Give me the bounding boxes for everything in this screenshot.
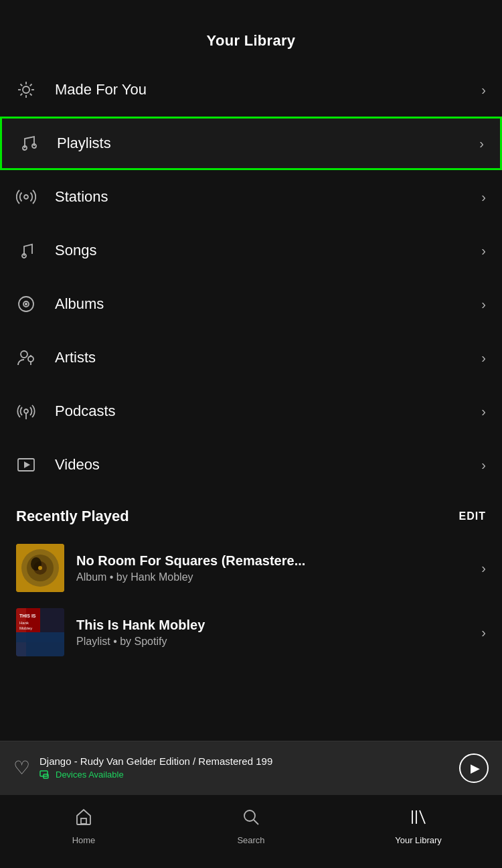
svg-line-5 [21, 84, 23, 86]
page-title: Your Library [0, 0, 502, 63]
now-playing-devices-line[interactable]: Devices Available [39, 768, 450, 780]
svg-marker-21 [24, 461, 30, 468]
devices-available-label: Devices Available [56, 770, 124, 780]
svg-rect-38 [81, 818, 86, 824]
home-icon [74, 808, 93, 831]
search-icon [242, 808, 260, 831]
tab-bar: Home Search Your Library [0, 794, 502, 868]
edit-button[interactable]: EDIT [459, 510, 486, 522]
menu-list: Made For You › Playlists › Stations › [0, 63, 502, 492]
svg-point-0 [23, 86, 29, 93]
recent-item-name: No Room For Squares (Remastere... [76, 553, 476, 569]
podcast-icon [16, 401, 50, 421]
recent-item-info: No Room For Squares (Remastere... Album … [76, 553, 476, 583]
menu-item-albums[interactable]: Albums › [0, 277, 502, 331]
disc-icon [16, 294, 50, 314]
heart-icon[interactable]: ♡ [13, 757, 30, 779]
chevron-right-icon: › [481, 297, 486, 312]
svg-point-15 [25, 303, 27, 305]
library-icon [409, 808, 428, 831]
svg-line-6 [30, 94, 32, 96]
svg-point-27 [38, 566, 42, 570]
svg-point-17 [28, 356, 33, 362]
tab-search-label: Search [237, 835, 264, 845]
menu-item-songs[interactable]: Songs › [0, 224, 502, 277]
music-note-icon [18, 133, 52, 153]
chevron-right-icon: › [481, 457, 486, 473]
svg-point-16 [21, 351, 27, 358]
menu-item-artists-label: Artists [55, 349, 481, 366]
chevron-right-icon: › [481, 561, 486, 576]
tab-home[interactable]: Home [0, 808, 167, 845]
play-square-icon [16, 455, 50, 475]
recent-item-name: This Is Hank Mobley [76, 618, 476, 633]
chevron-right-icon: › [481, 350, 486, 366]
menu-item-playlists[interactable]: Playlists › [0, 117, 502, 170]
tab-your-library-label: Your Library [395, 835, 442, 845]
svg-line-7 [30, 84, 32, 86]
tab-search[interactable]: Search [167, 808, 335, 845]
svg-point-39 [244, 810, 255, 821]
menu-item-videos[interactable]: Videos › [0, 438, 502, 492]
menu-item-made-for-you[interactable]: Made For You › [0, 63, 502, 117]
svg-text:Mobley: Mobley [19, 626, 32, 630]
recently-played-title: Recently Played [16, 508, 129, 525]
menu-item-playlists-label: Playlists [57, 135, 479, 152]
tab-your-library[interactable]: Your Library [335, 808, 502, 845]
recently-played-header: Recently Played EDIT [0, 492, 502, 536]
album-art-hank-mobley: THIS IS Hank Mobley [16, 608, 64, 656]
now-playing-track-name: Django - Rudy Van Gelder Edition / Remas… [39, 755, 450, 767]
chevron-right-icon: › [479, 136, 484, 151]
radio-icon [16, 187, 50, 207]
tab-home-label: Home [72, 835, 96, 845]
menu-item-stations[interactable]: Stations › [0, 170, 502, 224]
menu-item-videos-label: Videos [55, 456, 481, 474]
svg-point-11 [24, 195, 28, 199]
person-icon [16, 348, 50, 368]
menu-item-songs-label: Songs [55, 242, 481, 259]
recent-item-this-is-hank-mobley[interactable]: THIS IS Hank Mobley This Is Hank Mobley … [0, 600, 502, 664]
recent-item-sub: Playlist • by Spotify [76, 636, 476, 648]
menu-item-podcasts-label: Podcasts [55, 403, 481, 420]
svg-rect-35 [16, 632, 64, 656]
chevron-right-icon: › [481, 82, 486, 98]
single-note-icon [16, 240, 50, 261]
album-art-no-room [16, 544, 64, 592]
svg-text:THIS IS: THIS IS [19, 613, 36, 618]
recent-item-info: This Is Hank Mobley Playlist • by Spotif… [76, 618, 476, 648]
svg-point-18 [24, 409, 28, 413]
devices-icon [39, 768, 52, 780]
play-button[interactable]: ▶ [459, 753, 489, 783]
sun-icon [16, 80, 50, 100]
svg-text:Hank: Hank [19, 621, 29, 625]
recent-item-no-room-for-squares[interactable]: No Room For Squares (Remastere... Album … [0, 536, 502, 600]
now-playing-track-info: Django - Rudy Van Gelder Edition / Remas… [39, 755, 450, 780]
chevron-right-icon: › [481, 190, 486, 205]
menu-item-podcasts[interactable]: Podcasts › [0, 384, 502, 438]
menu-item-albums-label: Albums [55, 295, 481, 313]
chevron-right-icon: › [481, 243, 486, 259]
recent-item-sub: Album • by Hank Mobley [76, 571, 476, 583]
svg-line-8 [21, 94, 23, 96]
menu-item-artists[interactable]: Artists › [0, 331, 502, 384]
now-playing-bar: ♡ Django - Rudy Van Gelder Edition / Rem… [0, 741, 502, 794]
chevron-right-icon: › [481, 625, 486, 640]
chevron-right-icon: › [481, 404, 486, 419]
svg-line-40 [254, 820, 258, 824]
play-icon: ▶ [471, 761, 480, 776]
menu-item-made-for-you-label: Made For You [55, 81, 481, 98]
menu-item-stations-label: Stations [55, 188, 481, 206]
